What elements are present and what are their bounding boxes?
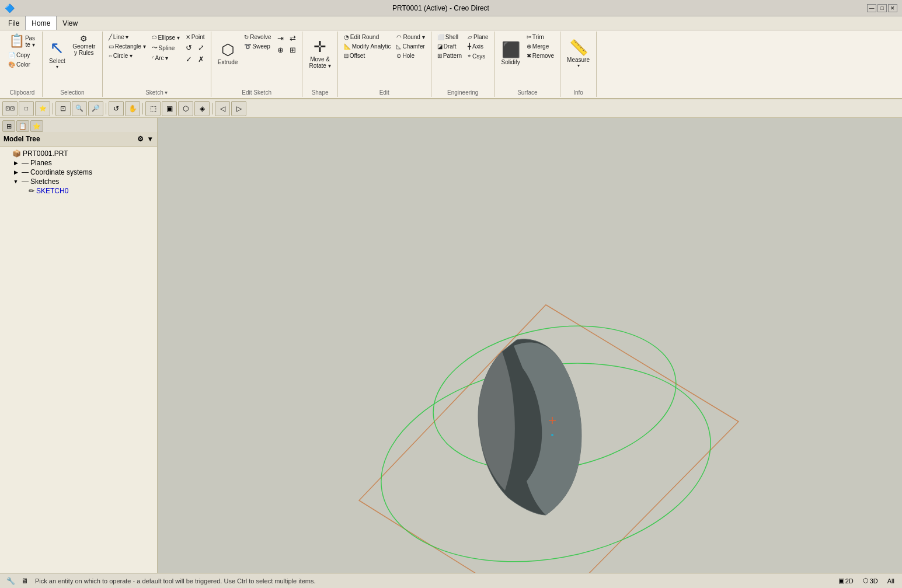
axis-button[interactable]: ╋ Axis [465,42,491,51]
plane-button[interactable]: ▱ Plane [465,33,491,41]
offset-button[interactable]: ⊟ Offset [342,51,393,60]
shape-group-label: Shape [312,89,329,96]
view-left-button[interactable]: ◁ [215,101,230,116]
es1-button[interactable]: ⇥ [274,33,286,44]
es2-button[interactable]: ⇄ [287,33,298,44]
csys-icon: ⌖ [468,53,471,60]
pattern-button[interactable]: ⊞ Pattern [435,51,464,60]
perspective-button[interactable]: ⬚ [145,101,161,116]
spin-button[interactable]: ↺ [109,101,124,116]
spline-button[interactable]: 〜 Spline [149,43,182,53]
color-button[interactable]: 🎨 Color [6,60,39,69]
move-rotate-button[interactable]: ✛ Move & Rotate ▾ [306,33,333,74]
tree-expand-button[interactable]: ▾ [147,134,154,144]
close-button[interactable]: ✕ [888,4,897,12]
tree-item-sketches[interactable]: ▼ — Sketches [2,177,155,186]
prt-icon: 📦 [12,149,21,158]
modify-analytic-button[interactable]: 📐 Modify Analytic [342,42,393,51]
tree-item-prt0001[interactable]: 📦 PRT0001.PRT [2,149,155,158]
hole-button[interactable]: ⊙ Hole [394,51,427,60]
hidden-button[interactable]: ◈ [194,101,210,116]
draft-button[interactable]: ◪ Draft [435,42,464,51]
wireframe-button[interactable]: ⬡ [178,101,193,116]
copy-button[interactable]: 📄 Copy [6,51,39,60]
merge-button[interactable]: ⊕ Merge [524,42,556,51]
chamfer-button[interactable]: ◺ Chamfer [394,42,427,51]
circle-button[interactable]: ○ Circle ▾ [106,51,148,60]
measure-button[interactable]: 📏 Measure ▾ [564,33,593,74]
selection-group-label: Selection [60,89,84,96]
menu-home[interactable]: Home [25,16,57,30]
solidify-button[interactable]: ⬛ Solidify [499,33,523,74]
geometry-rules-icon: ⚙ [80,34,88,43]
edit-round-button[interactable]: ◔ Edit Round [342,33,393,41]
es4-icon: ⊞ [290,46,296,54]
merge-icon: ⊕ [527,43,531,50]
sweep-button[interactable]: ➰ Sweep [242,42,273,51]
select-button[interactable]: ↖ Select ▾ [46,33,68,74]
edit-group-label: Edit [379,89,389,96]
menu-file[interactable]: File [2,16,25,30]
model-tree-header: Model Tree ⚙ ▾ [0,132,157,147]
view-tab-btn-2[interactable]: □ [19,101,34,116]
point-button[interactable]: ✕ Point [183,33,207,41]
remove-button[interactable]: ✖ Remove [524,51,556,60]
panel-tab-tree[interactable]: ⊞ [2,120,15,132]
mode-3d-button[interactable]: ⬡ 3D [860,576,881,586]
status-right: ▣ 2D ⬡ 3D All [835,576,897,586]
extrude-button[interactable]: ⬡ Extrude [215,33,241,74]
all-button[interactable]: All [884,576,897,586]
tree-item-sketch0[interactable]: ✏ SKETCH0 [2,186,155,196]
zoom-in-button[interactable]: 🔍 [72,101,87,116]
ribbon-group-selection: ↖ Select ▾ ⚙ Geometry Rules Selection [43,32,103,97]
confirm-button[interactable]: ✓ [183,54,195,65]
line-button[interactable]: ╱ Line ▾ [106,33,148,41]
es3-button[interactable]: ⊕ [274,44,286,55]
maximize-button[interactable]: □ [877,4,887,12]
csys-button[interactable]: ⌖ Csys [465,51,491,61]
window-controls[interactable]: — □ ✕ [867,4,897,12]
shell-button[interactable]: ⬜ Shell [435,33,464,41]
ellipse-button[interactable]: ⬭ Ellipse ▾ [149,33,182,42]
status-message: Pick an entity on which to operate - a d… [35,577,831,584]
minimize-button[interactable]: — [867,4,876,12]
view-tab-btn-3[interactable]: ⭐ [35,101,50,116]
tree-settings-button[interactable]: ⚙ [135,134,145,144]
ribbon-group-sketch: ╱ Line ▾ ▭ Rectangle ▾ ○ Circle ▾ ⬭ [103,32,211,97]
view-tab-btn-1[interactable]: ⊡⊡ [2,101,18,116]
arc-icon: ◜ [152,55,154,61]
panel-tab-layers[interactable]: 📋 [16,120,29,132]
extrude-icon: ⬡ [221,41,235,59]
pan-button[interactable]: ✋ [125,101,140,116]
spline-icon: 〜 [152,44,158,52]
round-button[interactable]: ◠ Round ▾ [394,33,427,41]
zoom-fit-button[interactable]: ⊡ [55,101,71,116]
view-right-button[interactable]: ▷ [231,101,246,116]
mode-2d-button[interactable]: ▣ 2D [835,576,856,586]
status-icon-2[interactable]: 🖥 [19,575,30,587]
es2-icon: ⇄ [290,34,296,43]
tree-item-planes[interactable]: ▶ — Planes [2,158,155,168]
panel-tab-settings[interactable]: ⭐ [30,120,43,132]
es4-button[interactable]: ⊞ [287,44,298,55]
zoom-out-button[interactable]: 🔎 [88,101,103,116]
trim-button[interactable]: ✂ Trim [524,33,556,41]
viewport[interactable] [158,118,902,573]
shading-button[interactable]: ▣ [162,101,177,116]
menu-view[interactable]: View [57,16,83,30]
offset-icon: ⊟ [344,53,349,59]
paste-button[interactable]: 📋 Paste ▾ [6,33,39,50]
resize-button[interactable]: ⤢ [196,42,207,53]
arc-button[interactable]: ◜ Arc ▾ [149,54,182,62]
geometry-rules-button[interactable]: ⚙ Geometry Rules [69,33,99,58]
coord-sys-icon: — [22,168,29,176]
left-panel: ⊞ 📋 ⭐ Model Tree ⚙ ▾ 📦 PRT0001.PRT ▶ — P… [0,118,158,573]
status-icon-1[interactable]: 🔧 [5,575,16,587]
cancel-sketch-button[interactable]: ✗ [196,54,207,65]
tree-item-coord-sys[interactable]: ▶ — Coordinate systems [2,168,155,177]
revolve-button[interactable]: ↻ Revolve [242,33,273,41]
rectangle-button[interactable]: ▭ Rectangle ▾ [106,42,148,51]
confirm-icon: ✓ [186,55,192,64]
undo-sketch-button[interactable]: ↺ [183,42,195,53]
engineering-group-label: Engineering [447,89,478,96]
